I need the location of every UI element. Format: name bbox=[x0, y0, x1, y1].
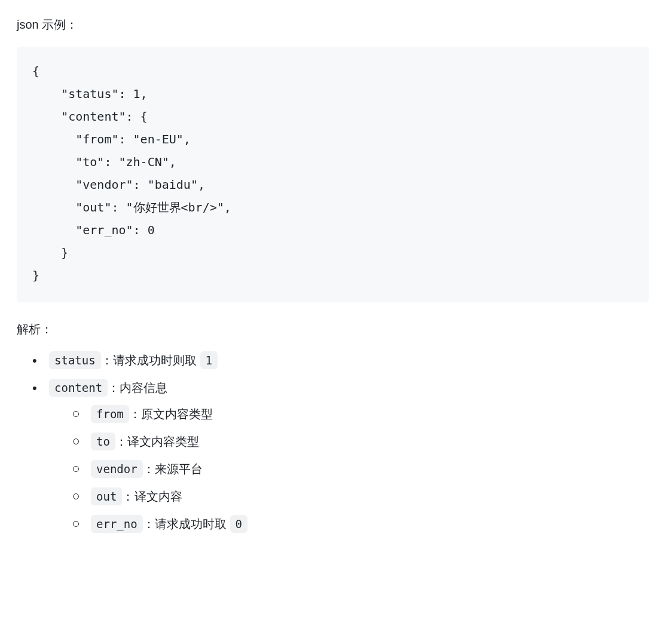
section-label: 解析： bbox=[17, 319, 649, 339]
separator: ： bbox=[129, 407, 141, 421]
field-desc: 内容信息 bbox=[120, 381, 167, 394]
field-key: out bbox=[91, 487, 122, 505]
field-value: 0 bbox=[230, 515, 248, 533]
field-desc: 请求成功时取 bbox=[155, 517, 230, 530]
list-item: from：原文内容类型 bbox=[71, 404, 649, 424]
list-item: err_no：请求成功时取 0 bbox=[71, 514, 649, 534]
separator: ： bbox=[115, 435, 127, 448]
separator: ： bbox=[122, 490, 134, 503]
parse-list: status：请求成功时则取 1 content：内容信息 from：原文内容类… bbox=[17, 350, 649, 534]
json-code-block: { "status": 1, "content": { "from": "en-… bbox=[17, 47, 649, 302]
separator: ： bbox=[143, 462, 155, 476]
list-item: vendor：来源平台 bbox=[71, 459, 649, 479]
field-desc: 原文内容类型 bbox=[141, 407, 213, 421]
field-desc: 来源平台 bbox=[155, 462, 203, 476]
field-key: content bbox=[49, 379, 108, 397]
list-item: out：译文内容 bbox=[71, 486, 649, 507]
intro-text: json 示例： bbox=[17, 14, 649, 35]
separator: ： bbox=[108, 381, 120, 394]
field-desc: 译文内容类型 bbox=[127, 435, 199, 448]
field-key: status bbox=[49, 351, 101, 369]
parse-sublist: from：原文内容类型 to：译文内容类型 vendor：来源平台 out：译文… bbox=[49, 404, 649, 534]
field-value: 1 bbox=[200, 351, 218, 369]
list-item: status：请求成功时则取 1 bbox=[32, 350, 649, 370]
field-key: from bbox=[91, 405, 129, 423]
field-key: to bbox=[91, 433, 115, 450]
field-desc: 译文内容 bbox=[135, 490, 182, 503]
field-key: err_no bbox=[91, 515, 143, 533]
separator: ： bbox=[143, 517, 155, 530]
field-desc: 请求成功时则取 bbox=[113, 354, 200, 367]
list-item: to：译文内容类型 bbox=[71, 431, 649, 452]
field-key: vendor bbox=[91, 460, 143, 478]
separator: ： bbox=[101, 354, 113, 367]
list-item: content：内容信息 from：原文内容类型 to：译文内容类型 vendo… bbox=[32, 378, 649, 534]
